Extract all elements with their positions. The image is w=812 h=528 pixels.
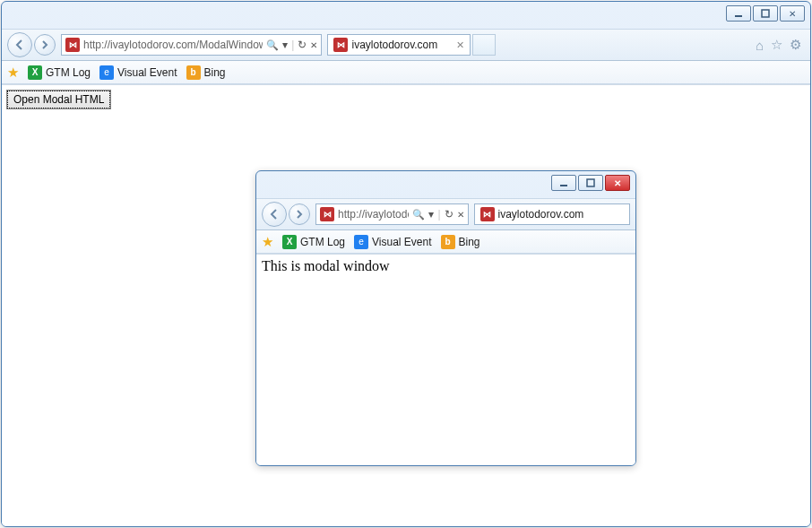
- chrome-right-icons: ⌂ ☆ ⚙: [752, 37, 805, 53]
- tab-favicon: ⋈: [333, 38, 348, 52]
- gtm-icon: X: [28, 65, 42, 80]
- modal-navbar: ⋈ http://ivaylotodo... 🔍 ▾ | ↻ ✕ ⋈ ivayl…: [256, 198, 635, 230]
- bookmark-visual-event[interactable]: e Visual Event: [99, 65, 177, 80]
- browser-tab[interactable]: ⋈ ivaylotodorov.com: [474, 203, 631, 225]
- tab-title: ivaylotodorov.com: [498, 208, 625, 221]
- home-icon[interactable]: ⌂: [756, 38, 764, 53]
- address-bar[interactable]: ⋈ http://ivaylotodorov.com/ModalWindow/M…: [61, 34, 322, 56]
- favorites-icon[interactable]: ☆: [771, 37, 782, 53]
- stop-icon[interactable]: ✕: [457, 210, 464, 220]
- tools-icon[interactable]: ⚙: [790, 37, 801, 53]
- minimize-button[interactable]: [551, 175, 576, 191]
- stop-icon[interactable]: ✕: [310, 40, 317, 50]
- bookmark-bing[interactable]: b Bing: [441, 235, 480, 249]
- addr-controls: 🔍 ▾ | ↻ ✕: [412, 208, 463, 221]
- bookmark-label: Visual Event: [117, 66, 177, 79]
- back-button[interactable]: [7, 32, 32, 57]
- maximize-button[interactable]: [578, 175, 603, 191]
- minimize-button[interactable]: [726, 5, 751, 22]
- search-icon[interactable]: 🔍: [412, 209, 425, 221]
- bookmark-label: Visual Event: [372, 236, 432, 248]
- modal-page-content: This is modal window: [256, 254, 635, 465]
- address-bar[interactable]: ⋈ http://ivaylotodo... 🔍 ▾ | ↻ ✕: [315, 203, 469, 225]
- close-icon: ✕: [789, 9, 796, 19]
- open-modal-button[interactable]: Open Modal HTML: [7, 91, 110, 108]
- modal-body-text: This is modal window: [262, 258, 390, 273]
- bookmark-label: GTM Log: [46, 66, 91, 79]
- bookmark-bing[interactable]: b Bing: [186, 65, 226, 80]
- url-text: http://ivaylotodorov.com/ModalWindow/Mod…: [83, 39, 263, 51]
- bing-icon: b: [186, 65, 201, 80]
- tab-favicon: ⋈: [480, 207, 495, 221]
- close-button[interactable]: ✕: [780, 5, 805, 22]
- forward-button[interactable]: [34, 34, 56, 56]
- add-favorite-icon[interactable]: ★: [262, 234, 273, 250]
- gtm-icon: X: [282, 235, 297, 249]
- dropdown-icon[interactable]: ▾: [428, 208, 434, 221]
- site-favicon: ⋈: [65, 38, 80, 52]
- bookmark-label: Bing: [204, 66, 226, 79]
- bing-icon: b: [441, 235, 455, 249]
- refresh-icon[interactable]: ↻: [445, 208, 454, 221]
- bookmark-gtm[interactable]: X GTM Log: [282, 235, 345, 249]
- forward-button[interactable]: [289, 203, 310, 225]
- refresh-icon[interactable]: ↻: [298, 39, 307, 51]
- maximize-button[interactable]: [753, 5, 778, 22]
- search-icon[interactable]: 🔍: [266, 39, 279, 51]
- bookmark-visual-event[interactable]: e Visual Event: [354, 235, 432, 249]
- dropdown-icon[interactable]: ▾: [282, 39, 288, 51]
- close-button[interactable]: ✕: [605, 175, 630, 191]
- addr-controls: 🔍 ▾ | ↻ ✕: [266, 39, 317, 51]
- tab-close-icon[interactable]: ✕: [456, 39, 464, 51]
- close-icon: ✕: [614, 178, 621, 188]
- url-text: http://ivaylotodo...: [338, 208, 409, 221]
- modal-browser-window: ✕ ⋈ http://ivaylotodo... 🔍 ▾ | ↻ ✕ ⋈ iva…: [255, 170, 636, 466]
- main-titlebar: ✕: [2, 2, 810, 29]
- svg-rect-3: [587, 179, 594, 186]
- ie-icon: e: [99, 65, 114, 80]
- svg-rect-1: [762, 10, 769, 17]
- back-button[interactable]: [262, 202, 287, 227]
- browser-tab[interactable]: ⋈ ivaylotodorov.com ✕: [327, 34, 471, 56]
- tab-title: ivaylotodorov.com: [351, 39, 453, 51]
- site-favicon: ⋈: [320, 207, 334, 221]
- bookmark-label: GTM Log: [300, 236, 345, 248]
- add-favorite-icon[interactable]: ★: [7, 65, 19, 81]
- new-tab-button[interactable]: [472, 34, 496, 56]
- main-navbar: ⋈ http://ivaylotodorov.com/ModalWindow/M…: [2, 29, 810, 61]
- bookmark-gtm[interactable]: X GTM Log: [28, 65, 91, 80]
- bookmark-label: Bing: [459, 236, 480, 248]
- modal-titlebar: ✕: [256, 171, 635, 198]
- ie-icon: e: [354, 235, 368, 249]
- bookmarks-bar: ★ X GTM Log e Visual Event b Bing: [2, 61, 810, 84]
- bookmarks-bar: ★ X GTM Log e Visual Event b Bing: [256, 230, 635, 254]
